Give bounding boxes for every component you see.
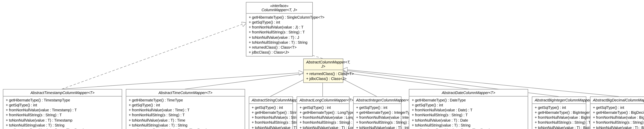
method: + fromNonNullValue(value : Integer) : T bbox=[356, 115, 399, 120]
svg-line-2 bbox=[62, 72, 304, 89]
method: + getSqlType() : int bbox=[6, 103, 119, 108]
interface-box: «interface»ColumnMapper<T, J> + getHiber… bbox=[246, 2, 313, 56]
methods: + getHibernateType() : TimestampType+ ge… bbox=[3, 96, 122, 129]
method: + returnedClass() : Class<T> bbox=[306, 71, 340, 76]
class-name: AbstractTimestampColumnMapper<T> bbox=[6, 90, 119, 95]
method: + fromNonNullValue(value : Time) : T bbox=[129, 108, 242, 113]
class-name: AbstractDateColumnMapper<T> bbox=[412, 90, 525, 95]
class-name: ColumnMapper<T, J> bbox=[249, 8, 310, 12]
method: + toNonNullValue(value : T) : BigDecimal bbox=[593, 125, 642, 129]
method: + toNonNullValue(value : T) : Timestamp bbox=[6, 118, 119, 123]
method: + getHibernateType() : BigDecimalType bbox=[593, 110, 642, 115]
method: + fromNonNullString(s : String) : T bbox=[300, 120, 346, 125]
methods: + getHibernateType() : SingleColumnType<… bbox=[246, 14, 312, 56]
svg-line-1 bbox=[62, 22, 247, 89]
method: + toNonNullValue(value : T) : Long bbox=[300, 125, 346, 129]
method: + getSqlType() : int bbox=[129, 103, 242, 108]
method: + toNonNullString(value : T) : String bbox=[249, 40, 310, 45]
method: + toNonNullValue(value : T) : BigInteger bbox=[535, 125, 583, 129]
method: + fromNonNullValue(s : String) : T bbox=[252, 115, 290, 120]
method: + getHibernateType() : LongType bbox=[300, 110, 346, 115]
method: + toNonNullValue(value : T) : Time bbox=[129, 118, 242, 123]
method: + jdbcClass() : Class<J> bbox=[249, 50, 310, 55]
method: + getHibernateType() : DateType bbox=[412, 98, 525, 102]
methods: + getSqlType() : int+ getHibernateType()… bbox=[590, 104, 644, 129]
method: + fromNonNullValue(value : Timestamp) : … bbox=[6, 108, 119, 113]
method: + fromNonNullValue(value : Date) : T bbox=[412, 108, 525, 113]
method: + getHibernateType() : BigIntegerType bbox=[535, 110, 583, 115]
method: + getHibernateType() : StringType bbox=[252, 110, 290, 115]
method: + getHibernateType() : IntegerType bbox=[356, 110, 399, 115]
method: + getSqlType() : int bbox=[252, 105, 290, 110]
method: + fromNonNullString(s : String) : T bbox=[6, 113, 119, 118]
time-box: AbstractTimeColumnMapper<T> + getHiberna… bbox=[126, 89, 245, 129]
method: + toNonNullValue(value : T) : Date bbox=[412, 118, 525, 123]
method: + returnedClass() : Class<T> bbox=[249, 45, 310, 50]
bigdecimal-box: AbstractBigDecimalColumnMapper<T> + getS… bbox=[590, 96, 644, 129]
method: + fromNonNullString(s : String) : T bbox=[593, 120, 642, 125]
methods: + getSqlType() : int+ getHibernateType()… bbox=[297, 104, 349, 129]
biginteger-box: AbstractBigIntegerColumnMapper<T> + getS… bbox=[532, 96, 586, 129]
method: + getSqlType() : int bbox=[356, 105, 399, 110]
methods: + returnedClass() : Class<T>+ jdbcClass(… bbox=[304, 70, 343, 83]
date-box: AbstractDateColumnMapper<T> + getHiberna… bbox=[409, 89, 528, 129]
method: + fromNonNullValue(value : Long) : T bbox=[300, 115, 346, 120]
method: + fromNonNullString(s : String) : T bbox=[535, 120, 583, 125]
string-box: AbstractStringColumnMapper<T> + getSqlTy… bbox=[249, 96, 293, 129]
method: + getSqlType() : int bbox=[412, 103, 525, 108]
method: + getSqlType() : int bbox=[300, 105, 346, 110]
abstract-box: AbstractColumnMapper<T, J> + returnedCla… bbox=[303, 58, 343, 83]
method: + fromNonNullString(s : String) : T bbox=[129, 113, 242, 118]
method: + toNonNullString(value : T) : String bbox=[129, 123, 242, 128]
method: + getHibernateType() : SingleColumnType<… bbox=[249, 15, 310, 20]
method: + getSqlType() : int bbox=[249, 20, 310, 25]
method: + getSqlType() : int bbox=[535, 105, 583, 110]
method: + fromNonNullValue(value : BigInteger) :… bbox=[535, 115, 583, 120]
method: + toNonNullValue(value : T) : String bbox=[252, 125, 290, 129]
methods: + getHibernateType() : DateType+ getSqlT… bbox=[409, 96, 528, 129]
method: + toNonNullValue(value : T) : Integer bbox=[356, 125, 399, 129]
class-name: AbstractIntegerColumnMapper<T> bbox=[356, 98, 399, 102]
method: + fromNonNullValue(value : BigDecimal) :… bbox=[593, 115, 642, 120]
method: + fromNonNullString(s : String) : T bbox=[249, 30, 310, 35]
method: + getHibernateType() : TimestampType bbox=[6, 98, 119, 102]
class-name: AbstractBigDecimalColumnMapper<T> bbox=[593, 98, 642, 102]
method: + getSqlType() : int bbox=[593, 105, 642, 110]
class-name: AbstractColumnMapper<T, J> bbox=[306, 60, 340, 68]
method: + fromNonNullString(s : String) : T bbox=[356, 120, 399, 125]
method: + toNonNullString(value : T) : String bbox=[412, 123, 525, 128]
method: + setDatabaseZone(databaseZone : TimeZon… bbox=[412, 128, 525, 129]
methods: + getHibernateType() : TimeType+ getSqlT… bbox=[126, 96, 245, 129]
integer-box: AbstractIntegerColumnMapper<T> + getSqlT… bbox=[353, 96, 402, 129]
method: + fromNonNullString(s : String) : T bbox=[412, 113, 525, 118]
method: + toNonNullString(value : T) : String bbox=[6, 123, 119, 128]
methods: + getSqlType() : int+ getHibernateType()… bbox=[532, 104, 586, 129]
method: + jdbcClass() : Class<J> bbox=[306, 76, 340, 81]
method: + setDatabaseZone(databaseZone : TimeZon… bbox=[129, 128, 242, 129]
stereotype: «interface» bbox=[249, 4, 310, 8]
method: + getHibernateType() : TimeType bbox=[129, 98, 242, 102]
method: + setDatabaseZone(databaseZone : TimeZon… bbox=[6, 128, 119, 129]
class-name: AbstractLongColumnMapper<T> bbox=[300, 98, 346, 102]
svg-line-7 bbox=[342, 72, 469, 89]
class-name: AbstractStringColumnMapper<T> bbox=[252, 98, 290, 102]
methods: + getSqlType() : int+ getHibernateType()… bbox=[249, 104, 292, 129]
methods: + getSqlType() : int+ getHibernateType()… bbox=[354, 104, 401, 129]
long-box: AbstractLongColumnMapper<T> + getSqlType… bbox=[296, 96, 350, 129]
svg-line-3 bbox=[185, 72, 312, 89]
timestamp-box: AbstractTimestampColumnMapper<T> + getHi… bbox=[3, 89, 122, 129]
class-name: AbstractTimeColumnMapper<T> bbox=[129, 90, 242, 95]
method: + toNonNullValue(value : T) : J bbox=[249, 35, 310, 40]
class-name: AbstractBigIntegerColumnMapper<T> bbox=[535, 98, 583, 102]
method: + fromNonNullValue(value : J) : T bbox=[249, 25, 310, 30]
method: + fromNonNullString(s : String) : T bbox=[252, 120, 290, 125]
